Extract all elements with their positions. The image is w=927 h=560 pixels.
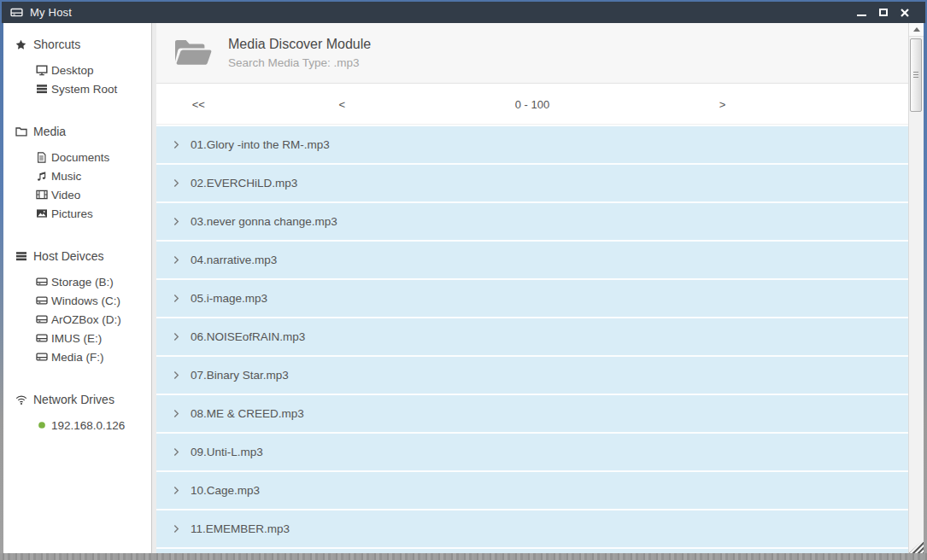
resize-grip-icon[interactable] — [909, 540, 924, 553]
sidebar-item-windows-c[interactable]: Windows (C:) — [3, 291, 151, 310]
chevron-right-icon — [173, 178, 179, 188]
close-icon — [901, 9, 909, 17]
hdd-icon — [35, 313, 48, 325]
music-note-icon — [35, 171, 48, 182]
sidebar-item-media-f[interactable]: Media (F:) — [3, 347, 151, 366]
sidebar-item-label: Documents — [51, 151, 109, 164]
file-row[interactable]: 01.Glory -into the RM-.mp3 — [156, 126, 908, 163]
sidebar-heading-host-deivces: Host Deivces — [3, 247, 151, 265]
sidebar-item-system-root[interactable]: System Root — [3, 79, 151, 98]
chevron-right-icon — [173, 140, 179, 149]
title-bar: My Host — [2, 2, 925, 23]
file-row[interactable]: 09.Unti-L.mp3 — [156, 434, 908, 470]
sidebar-item-video[interactable]: Video — [3, 185, 151, 204]
module-title: Media Discover Module — [228, 37, 371, 52]
sidebar-item-music[interactable]: Music — [3, 166, 151, 185]
close-button[interactable] — [895, 5, 913, 20]
maximize-button[interactable] — [874, 5, 892, 20]
chevron-right-icon — [173, 217, 179, 226]
chevron-right-icon — [173, 255, 179, 265]
pagination-prev-button[interactable]: < — [332, 94, 353, 114]
sidebar-item-192-168-0-126[interactable]: 192.168.0.126 — [3, 416, 151, 435]
sidebar-item-imus-e[interactable]: IMUS (E:) — [3, 329, 151, 347]
sidebar-heading-label: Host Deivces — [33, 249, 103, 263]
document-icon — [35, 152, 48, 163]
sidebar-heading-network-drives: Network Drives — [3, 390, 151, 409]
file-row[interactable]: 04.narrative.mp3 — [156, 242, 908, 278]
sidebar-item-pictures[interactable]: Pictures — [3, 204, 151, 223]
file-name: 02.EVERCHiLD.mp3 — [191, 177, 297, 190]
file-name: 04.narrative.mp3 — [191, 254, 277, 266]
file-row[interactable]: 07.Binary Star.mp3 — [156, 357, 908, 394]
sidebar-heading-label: Media — [33, 125, 66, 138]
star-icon — [15, 39, 27, 50]
file-row[interactable]: 08.ME & CREED.mp3 — [156, 395, 908, 432]
sidebar-section-media: MediaDocumentsMusicVideoPictures — [3, 122, 151, 223]
app-window: My Host ShorcutsDesktopSystem RootMediaD… — [0, 0, 927, 560]
module-subtitle: Search Media Type: .mp3 — [228, 56, 371, 69]
status-dot-icon — [35, 420, 48, 430]
sidebar-item-arozbox-d[interactable]: ArOZBox (D:) — [3, 310, 151, 329]
hdd-icon — [35, 276, 48, 288]
file-name: 09.Unti-L.mp3 — [191, 446, 263, 458]
hdd-icon — [35, 332, 48, 344]
file-row[interactable]: 03.never gonna change.mp3 — [156, 203, 908, 240]
chevron-right-icon — [173, 409, 179, 418]
server-stack-icon — [15, 250, 27, 262]
chevron-right-icon — [173, 524, 179, 534]
sidebar-heading-shorcuts: Shorcuts — [3, 35, 151, 54]
file-row[interactable]: 11.EMEMBER.mp3 — [156, 510, 908, 547]
window-bottom-frame — [0, 553, 927, 560]
scrollbar-thumb[interactable] — [910, 38, 922, 112]
file-row[interactable]: 06.NOISEofRAIN.mp3 — [156, 318, 908, 355]
sidebar-item-label: ArOZBox (D:) — [51, 313, 121, 326]
file-name: 07.Binary Star.mp3 — [191, 369, 289, 382]
sidebar: ShorcutsDesktopSystem RootMediaDocuments… — [3, 23, 151, 553]
file-row[interactable]: 02.EVERCHiLD.mp3 — [156, 165, 908, 201]
sidebar-heading-label: Network Drives — [33, 393, 114, 406]
main-panel: Media Discover Module Search Media Type:… — [156, 23, 908, 553]
scrollbar[interactable] — [908, 23, 924, 553]
pagination-first-button[interactable]: << — [185, 94, 212, 114]
sidebar-section-network-drives: Network Drives192.168.0.126 — [3, 390, 151, 435]
module-header: Media Discover Module Search Media Type:… — [156, 23, 908, 84]
sidebar-item-label: Desktop — [51, 64, 94, 77]
sidebar-heading-media: Media — [3, 122, 151, 141]
scroll-up-arrow-icon — [913, 27, 920, 32]
minimize-icon — [857, 15, 866, 16]
minimize-button[interactable] — [853, 5, 871, 20]
window-title: My Host — [30, 6, 72, 19]
file-name: 05.i-mage.mp3 — [191, 292, 267, 305]
sidebar-item-desktop[interactable]: Desktop — [3, 61, 151, 79]
file-list: 01.Glory -into the RM-.mp302.EVERCHiLD.m… — [156, 125, 908, 553]
pagination-next-button[interactable]: > — [713, 94, 733, 114]
chevron-right-icon — [173, 294, 179, 303]
sidebar-item-label: Media (F:) — [51, 351, 104, 364]
sidebar-item-label: Music — [51, 170, 81, 183]
sidebar-item-label: System Root — [51, 83, 117, 96]
chevron-right-icon — [173, 447, 179, 457]
scroll-up-button[interactable] — [909, 23, 924, 37]
sidebar-item-label: IMUS (E:) — [51, 332, 102, 345]
sidebar-item-label: Video — [51, 189, 80, 201]
window-controls — [853, 5, 917, 20]
sidebar-section-host-deivces: Host DeivcesStorage (B:)Windows (C:)ArOZ… — [3, 247, 151, 366]
sidebar-item-label: Storage (B:) — [51, 276, 114, 289]
chevron-right-icon — [173, 370, 179, 380]
sidebar-item-label: Windows (C:) — [51, 295, 120, 307]
pagination-bar: << < 0 - 100 > — [156, 84, 908, 125]
file-row[interactable]: 05.i-mage.mp3 — [156, 280, 908, 317]
file-name: 01.Glory -into the RM-.mp3 — [191, 138, 330, 151]
hdd-icon — [10, 6, 23, 19]
picture-icon — [35, 207, 48, 219]
sidebar-item-label: Pictures — [51, 207, 93, 220]
file-row[interactable]: 10.Cage.mp3 — [156, 472, 908, 509]
sidebar-item-documents[interactable]: Documents — [3, 148, 151, 166]
server-stack-icon — [35, 83, 48, 95]
chevron-right-icon — [173, 332, 179, 341]
open-folder-icon — [172, 35, 214, 71]
folder-icon — [15, 125, 27, 137]
file-name: 08.ME & CREED.mp3 — [191, 407, 304, 420]
sidebar-item-storage-b[interactable]: Storage (B:) — [3, 272, 151, 291]
hdd-icon — [35, 295, 48, 306]
